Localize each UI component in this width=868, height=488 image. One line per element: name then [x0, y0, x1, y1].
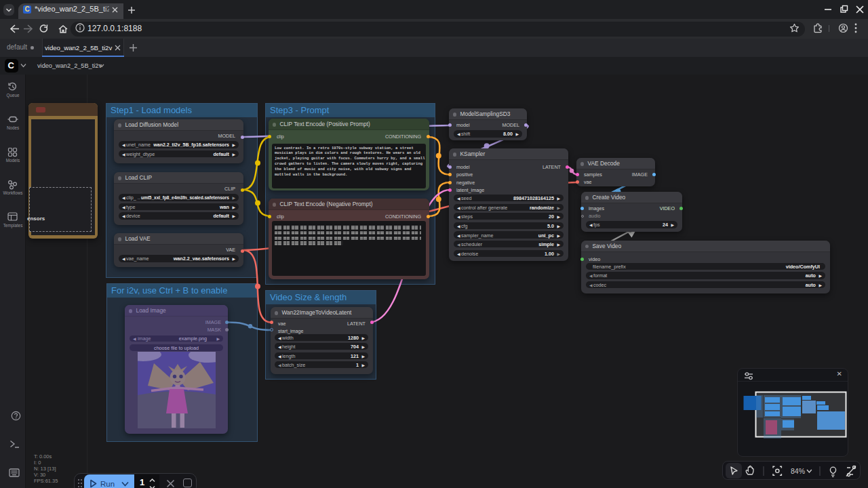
svg-text:Run: Run	[100, 480, 115, 488]
svg-text:84%: 84%	[791, 467, 805, 475]
